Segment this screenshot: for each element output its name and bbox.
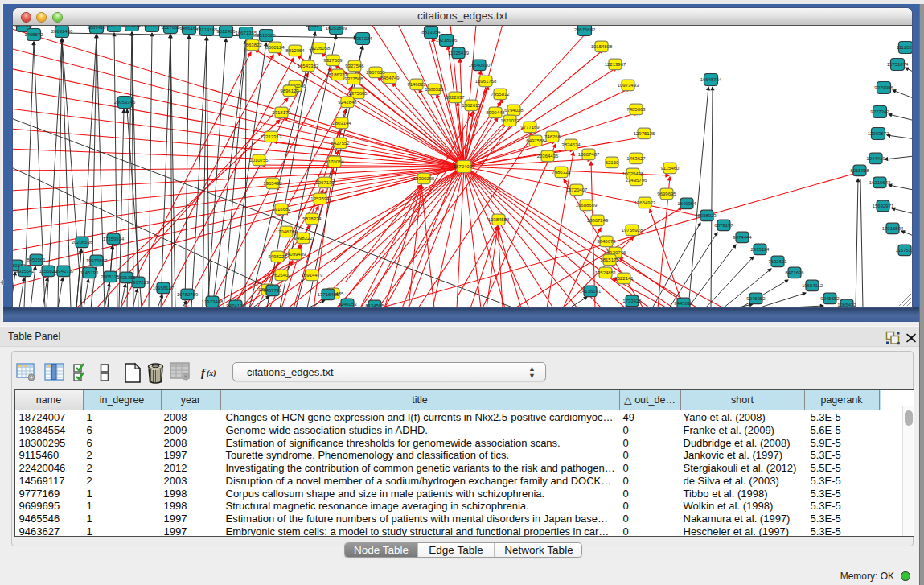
svg-text:10719165: 10719165 xyxy=(196,27,218,32)
svg-text:16640910: 16640910 xyxy=(469,63,491,68)
svg-text:7986322: 7986322 xyxy=(552,170,571,175)
svg-text:1901355: 1901355 xyxy=(117,275,136,280)
svg-text:9170064: 9170064 xyxy=(325,159,344,164)
svg-text:11325419: 11325419 xyxy=(448,51,470,56)
svg-text:9245052: 9245052 xyxy=(746,296,766,301)
svg-text:8990448: 8990448 xyxy=(486,110,505,115)
svg-text:14136141: 14136141 xyxy=(580,289,602,294)
svg-text:1463627: 1463627 xyxy=(626,156,646,161)
svg-text:8660124: 8660124 xyxy=(265,45,285,50)
svg-text:13654923: 13654923 xyxy=(634,200,656,205)
svg-text:3267130: 3267130 xyxy=(315,180,335,185)
svg-text:62160: 62160 xyxy=(606,160,619,165)
svg-text:12213967: 12213967 xyxy=(605,62,626,67)
svg-text:1353594: 1353594 xyxy=(310,196,330,201)
svg-text:1112028: 1112028 xyxy=(897,45,912,50)
svg-text:2718170: 2718170 xyxy=(272,110,291,115)
svg-text:9329906: 9329906 xyxy=(874,85,893,90)
svg-text:1005381: 1005381 xyxy=(14,26,33,28)
svg-text:17046766: 17046766 xyxy=(276,229,298,234)
svg-text:14099489: 14099489 xyxy=(285,252,306,257)
svg-text:1733426: 1733426 xyxy=(622,299,642,303)
svg-text:12923448: 12923448 xyxy=(202,299,224,304)
svg-text:10653257: 10653257 xyxy=(142,26,163,28)
svg-text:1527602: 1527602 xyxy=(161,26,180,30)
svg-text:1588520: 1588520 xyxy=(425,87,444,92)
svg-text:16543382: 16543382 xyxy=(298,64,319,68)
svg-text:2803144: 2803144 xyxy=(332,121,351,126)
svg-text:10688609: 10688609 xyxy=(576,203,598,208)
svg-text:7625402: 7625402 xyxy=(272,273,291,278)
svg-text:10671355: 10671355 xyxy=(236,31,257,35)
svg-text:17359924: 17359924 xyxy=(103,237,125,241)
svg-text:10973493: 10973493 xyxy=(618,83,639,88)
svg-text:(x): (x) xyxy=(207,369,216,378)
svg-text:9245652: 9245652 xyxy=(820,296,840,301)
svg-text:8322037: 8322037 xyxy=(446,95,465,100)
svg-text:9474444: 9474444 xyxy=(733,235,752,240)
svg-text:1375685: 1375685 xyxy=(348,91,368,96)
svg-text:20691406: 20691406 xyxy=(51,29,73,34)
svg-text:19218506: 19218506 xyxy=(436,38,458,43)
svg-text:9327508: 9327508 xyxy=(344,76,363,81)
svg-text:9445012: 9445012 xyxy=(674,301,693,306)
svg-text:16210643: 16210643 xyxy=(869,180,891,185)
svg-text:13720407: 13720407 xyxy=(566,187,588,192)
svg-text:3498227: 3498227 xyxy=(268,254,287,259)
svg-text:9115460: 9115460 xyxy=(661,166,680,171)
svg-text:7515526: 7515526 xyxy=(257,33,276,38)
svg-text:9227342: 9227342 xyxy=(870,109,889,114)
svg-text:9242848: 9242848 xyxy=(338,100,357,105)
svg-text:20876682: 20876682 xyxy=(574,27,596,32)
svg-text:1621022: 1621022 xyxy=(500,118,519,123)
svg-text:1167533: 1167533 xyxy=(896,248,912,253)
svg-text:8124505: 8124505 xyxy=(365,303,384,307)
svg-text:8450561: 8450561 xyxy=(27,257,46,262)
svg-text:8454749: 8454749 xyxy=(380,76,400,80)
svg-text:3915542: 3915542 xyxy=(15,269,35,274)
svg-text:20364436: 20364436 xyxy=(537,154,559,159)
svg-text:16914479: 16914479 xyxy=(302,273,323,278)
svg-text:8427552: 8427552 xyxy=(331,141,350,146)
svg-text:16782759: 16782759 xyxy=(177,292,199,297)
svg-text:18807249: 18807249 xyxy=(587,218,609,223)
svg-text:1916682: 1916682 xyxy=(272,207,291,212)
svg-text:13716485: 13716485 xyxy=(318,292,339,297)
svg-text:18300295: 18300295 xyxy=(413,176,435,181)
svg-text:9012406: 9012406 xyxy=(216,29,236,34)
svg-text:18724007: 18724007 xyxy=(454,164,475,169)
svg-text:29053346: 29053346 xyxy=(114,100,136,105)
svg-text:16648764: 16648764 xyxy=(700,77,722,82)
svg-text:6497568: 6497568 xyxy=(526,138,545,143)
svg-text:746266: 746266 xyxy=(544,134,561,139)
svg-text:9327509: 9327509 xyxy=(323,58,343,63)
svg-text:20206536: 20206536 xyxy=(72,240,93,245)
svg-text:2935114: 2935114 xyxy=(751,247,770,252)
svg-text:1244419: 1244419 xyxy=(866,156,885,161)
svg-text:10807487: 10807487 xyxy=(578,152,600,157)
svg-text:7485063: 7485063 xyxy=(626,107,646,112)
svg-text:1010755: 1010755 xyxy=(249,158,269,163)
svg-text:9474125: 9474125 xyxy=(226,303,245,307)
svg-text:7632621: 7632621 xyxy=(768,259,787,264)
svg-text:10958127: 10958127 xyxy=(153,286,175,290)
svg-text:8215958: 8215958 xyxy=(850,168,869,173)
svg-text:1906512: 1906512 xyxy=(122,26,142,27)
svg-text:7663822: 7663822 xyxy=(243,43,262,47)
svg-text:10154808: 10154808 xyxy=(591,44,613,49)
svg-text:2967608: 2967608 xyxy=(366,70,385,75)
svg-text:9699695: 9699695 xyxy=(657,192,676,196)
svg-text:12093872: 12093872 xyxy=(868,131,889,136)
svg-text:9840672: 9840672 xyxy=(597,239,616,244)
svg-text:13524851: 13524851 xyxy=(595,270,617,275)
svg-text:5878334: 5878334 xyxy=(302,216,322,221)
svg-text:1405572: 1405572 xyxy=(24,32,43,37)
svg-text:7955812: 7955812 xyxy=(491,92,510,97)
svg-text:9896123: 9896123 xyxy=(280,89,299,93)
svg-text:1965498: 1965498 xyxy=(263,181,282,186)
svg-text:1815172: 1815172 xyxy=(600,257,619,262)
svg-text:15692971: 15692971 xyxy=(873,204,894,208)
svg-text:12213313: 12213313 xyxy=(261,134,282,139)
svg-text:9146821: 9146821 xyxy=(407,82,426,87)
svg-text:1640954: 1640954 xyxy=(677,201,696,206)
